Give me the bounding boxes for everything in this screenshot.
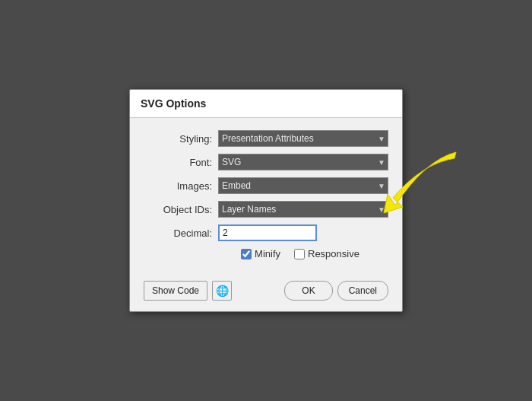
show-code-label: Show Code [152, 285, 199, 296]
responsive-checkbox[interactable] [294, 249, 305, 259]
ok-label: OK [302, 285, 315, 296]
object-ids-select-wrapper: Layer Names ▼ [218, 201, 388, 218]
images-select[interactable]: Embed [218, 177, 388, 194]
globe-icon: 🌐 [216, 285, 229, 297]
responsive-checkbox-label[interactable]: Responsive [294, 248, 359, 259]
checkboxes-row: Minify Responsive [212, 248, 388, 259]
font-select-wrapper: SVG ▼ [218, 154, 388, 170]
minify-checkbox[interactable] [241, 249, 252, 259]
show-code-button[interactable]: Show Code [144, 281, 207, 301]
images-label: Images: [144, 180, 212, 192]
decimal-row: Decimal: [144, 224, 388, 241]
font-label: Font: [144, 157, 212, 168]
svg-options-dialog: SVG Options Styling: Presentation Attrib… [129, 89, 403, 312]
globe-button[interactable]: 🌐 [212, 281, 232, 301]
font-select[interactable]: SVG [218, 154, 388, 170]
ok-button[interactable]: OK [284, 281, 332, 301]
styling-select[interactable]: Presentation Attributes [218, 130, 388, 147]
object-ids-row: Object IDs: Layer Names ▼ [144, 201, 388, 218]
styling-select-wrapper: Presentation Attributes ▼ [218, 130, 388, 147]
styling-row: Styling: Presentation Attributes ▼ [144, 130, 388, 147]
object-ids-label: Object IDs: [144, 204, 212, 215]
dialog-title-text: SVG Options [141, 97, 206, 110]
decimal-input[interactable] [218, 224, 317, 241]
decimal-label: Decimal: [144, 228, 212, 239]
minify-label: Minify [255, 248, 280, 259]
minify-checkbox-label[interactable]: Minify [241, 248, 280, 259]
object-ids-select[interactable]: Layer Names [218, 201, 388, 218]
dialog-title: SVG Options [130, 90, 402, 118]
font-row: Font: SVG ▼ [144, 154, 388, 170]
cancel-label: Cancel [349, 285, 377, 296]
dialog-body: Styling: Presentation Attributes ▼ Font:… [130, 118, 402, 281]
images-select-wrapper: Embed ▼ [218, 177, 388, 194]
styling-label: Styling: [144, 133, 212, 145]
dialog-footer: Show Code 🌐 OK Cancel [130, 281, 402, 311]
responsive-label: Responsive [308, 248, 359, 259]
images-row: Images: Embed ▼ [144, 177, 388, 194]
cancel-button[interactable]: Cancel [337, 281, 388, 301]
